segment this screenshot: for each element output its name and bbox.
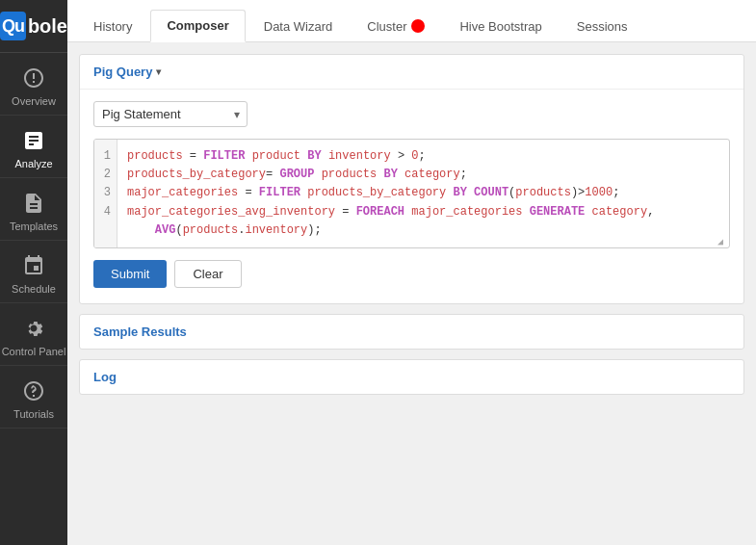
tab-composer[interactable]: Composer	[150, 10, 245, 42]
logo-box: Qu	[0, 12, 26, 40]
tab-data-wizard-label: Data Wizard	[264, 19, 333, 34]
tab-composer-label: Composer	[167, 18, 228, 33]
tab-data-wizard[interactable]: Data Wizard	[248, 10, 350, 41]
sidebar-label-control-panel: Control Panel	[2, 346, 66, 357]
control-panel-icon	[20, 315, 47, 342]
code-line-3: major_categories = FILTER products_by_ca…	[127, 184, 719, 202]
tab-cluster-label: Cluster	[367, 19, 406, 34]
line-num-1: 1	[100, 147, 111, 166]
line-num-2: 2	[100, 166, 111, 184]
sidebar: Qu bole Overview Analyze Templates Sched…	[0, 0, 67, 545]
schedule-icon	[20, 252, 47, 279]
sidebar-label-templates: Templates	[10, 221, 58, 232]
tab-sessions-label: Sessions	[577, 19, 628, 34]
sidebar-label-overview: Overview	[12, 95, 56, 107]
pig-statement-select[interactable]: Pig Statement Pig Script	[93, 101, 248, 127]
log-panel: Log	[79, 359, 744, 395]
sidebar-label-schedule: Schedule	[12, 283, 56, 295]
logo-area: Qu bole	[0, 0, 67, 53]
code-text[interactable]: products = FILTER product BY inventory >…	[117, 140, 729, 247]
resize-handle[interactable]: ◢	[717, 236, 727, 246]
dashboard-icon	[20, 65, 47, 91]
logo-wordmark: bole	[28, 15, 67, 38]
sidebar-label-analyze: Analyze	[14, 158, 52, 169]
line-num-3: 3	[100, 184, 111, 202]
pig-statement-select-wrapper: Pig Statement Pig Script ▾	[93, 101, 248, 127]
sidebar-item-tutorials[interactable]: Tutorials	[0, 366, 67, 428]
code-editor[interactable]: 1 2 3 4 products = FILTER product BY inv…	[93, 139, 730, 248]
tab-hive-bootstrap-label: Hive Bootstrap	[459, 19, 541, 34]
submit-button[interactable]: Submit	[93, 260, 167, 288]
code-line-2: products_by_category= GROUP products BY …	[127, 166, 719, 184]
logo-qu: Qu	[2, 16, 24, 37]
templates-icon	[20, 190, 47, 217]
pig-query-panel: Pig Query ▾ Pig Statement Pig Script ▾ 1	[79, 54, 744, 304]
code-line-5: AVG(products.inventory);	[127, 221, 719, 240]
tab-sessions[interactable]: Sessions	[560, 10, 644, 41]
sample-results-panel: Sample Results	[79, 314, 744, 350]
line-numbers: 1 2 3 4	[94, 140, 117, 247]
tab-history[interactable]: History	[77, 10, 148, 41]
sidebar-item-control-panel[interactable]: Control Panel	[0, 303, 67, 366]
line-num-4: 4	[100, 203, 111, 221]
sidebar-label-tutorials: Tutorials	[13, 408, 54, 420]
sidebar-item-analyze[interactable]: Analyze	[0, 116, 67, 178]
content-area: Pig Query ▾ Pig Statement Pig Script ▾ 1	[67, 42, 756, 545]
cluster-badge	[411, 19, 425, 33]
log-label: Log	[93, 370, 117, 384]
sidebar-item-templates[interactable]: Templates	[0, 178, 67, 241]
tab-bar: History Composer Data Wizard Cluster Hiv…	[67, 0, 756, 42]
sidebar-item-overview[interactable]: Overview	[0, 53, 67, 116]
tab-hive-bootstrap[interactable]: Hive Bootstrap	[443, 10, 558, 41]
tab-cluster[interactable]: Cluster	[351, 10, 441, 41]
code-line-4: major_categories_avg_inventory = FOREACH…	[127, 203, 719, 221]
tutorials-icon	[20, 377, 47, 404]
clear-button[interactable]: Clear	[174, 260, 241, 288]
tab-history-label: History	[93, 19, 132, 34]
main-content: History Composer Data Wizard Cluster Hiv…	[67, 0, 756, 545]
analyze-icon	[20, 127, 47, 154]
sidebar-item-schedule[interactable]: Schedule	[0, 241, 67, 303]
pig-query-caret: ▾	[156, 66, 161, 77]
code-line-1: products = FILTER product BY inventory >…	[127, 147, 719, 166]
pig-query-body: Pig Statement Pig Script ▾ 1 2 3 4	[80, 90, 743, 303]
line-num-5	[100, 221, 111, 240]
pig-query-header[interactable]: Pig Query ▾	[80, 55, 743, 90]
pig-query-title: Pig Query	[93, 65, 152, 79]
action-buttons: Submit Clear	[93, 260, 730, 288]
sample-results-label: Sample Results	[93, 324, 187, 339]
